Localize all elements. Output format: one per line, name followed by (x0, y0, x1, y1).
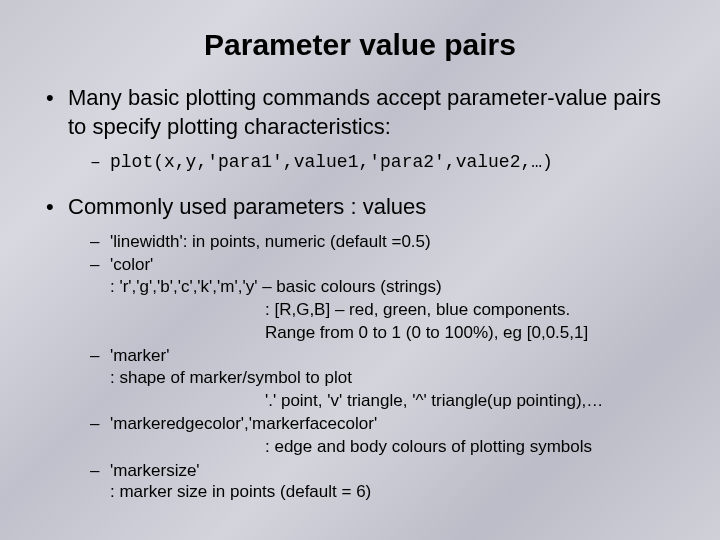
param-color-value-3: Range from 0 to 1 (0 to 100%), eg [0,0.5… (40, 322, 680, 343)
param-markersize: – 'markersize' : marker size in points (… (40, 460, 680, 503)
dash-icon: – (90, 231, 99, 252)
dash-icon: – (90, 254, 99, 275)
param-markercolors-text: 'markeredgecolor','markerfacecolor' (110, 414, 377, 433)
param-markersize-name: 'markersize' (110, 460, 265, 481)
param-marker-value-1: : shape of marker/symbol to plot (110, 367, 530, 388)
param-color-name: 'color' (110, 254, 265, 275)
section-common-params: Commonly used parameters : values (40, 193, 680, 222)
slide-title: Parameter value pairs (40, 28, 680, 62)
param-color-value-1: : 'r','g','b','c','k','m','y' – basic co… (110, 276, 530, 297)
param-markersize-value: : marker size in points (default = 6) (110, 481, 530, 502)
param-linewidth: – 'linewidth': in points, numeric (defau… (40, 231, 680, 252)
param-color: – 'color' : 'r','g','b','c','k','m','y' … (40, 254, 680, 297)
intro-bullet: Many basic plotting commands accept para… (40, 84, 680, 141)
dash-icon: – (90, 345, 99, 366)
param-linewidth-text: 'linewidth': in points, numeric (default… (110, 232, 431, 251)
dash-icon: – (90, 413, 99, 434)
param-color-value-2: : [R,G,B] – red, green, blue components. (40, 299, 680, 320)
param-markercolors-value: : edge and body colours of plotting symb… (40, 436, 680, 457)
slide: Parameter value pairs Many basic plottin… (0, 0, 720, 540)
param-markercolors: – 'markeredgecolor','markerfacecolor' (40, 413, 680, 434)
param-marker-value-2: '.' point, 'v' triangle, '^' triangle(up… (40, 390, 680, 411)
dash-icon: – (90, 460, 99, 481)
param-marker-name: 'marker' (110, 345, 265, 366)
param-marker: – 'marker' : shape of marker/symbol to p… (40, 345, 680, 388)
plot-example: plot(x,y,'para1',value1,'para2',value2,…… (40, 151, 680, 174)
